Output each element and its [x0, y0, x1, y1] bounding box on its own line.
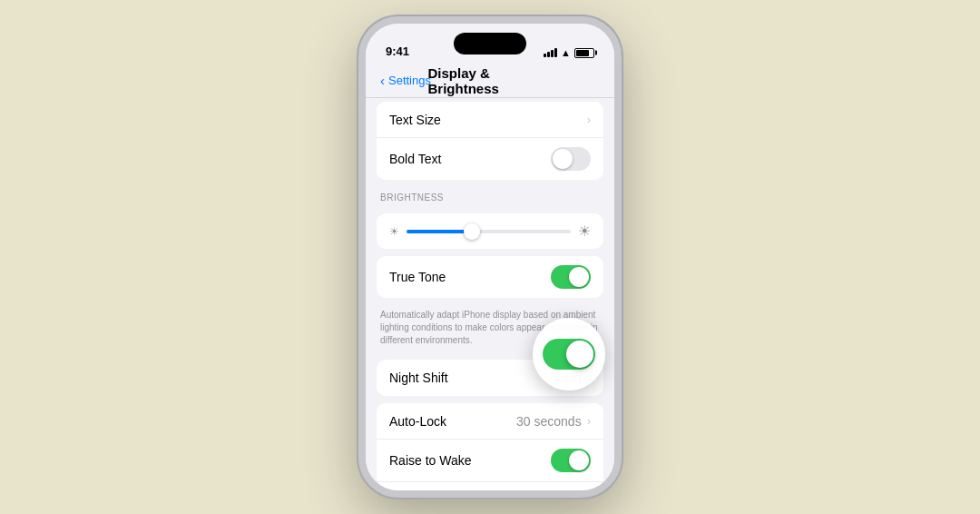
- brightness-low-icon: ☀: [389, 225, 399, 238]
- magnified-always-on-toggle: [543, 339, 595, 370]
- brightness-thumb: [464, 223, 480, 240]
- lock-settings-group: Auto-Lock 30 seconds › Raise to Wake Alw…: [377, 403, 603, 490]
- back-label: Settings: [388, 74, 431, 87]
- chevron-right-icon: ›: [587, 113, 591, 126]
- page-title: Display & Brightness: [428, 65, 553, 96]
- magnified-knob: [566, 341, 593, 368]
- text-size-right: ›: [587, 113, 591, 126]
- toggle-knob: [553, 149, 573, 169]
- raise-to-wake-label: Raise to Wake: [389, 453, 472, 468]
- back-chevron-icon: ‹: [380, 73, 385, 88]
- auto-lock-label: Auto-Lock: [389, 414, 446, 429]
- auto-lock-chevron: ›: [587, 414, 591, 428]
- text-size-row[interactable]: Text Size ›: [377, 102, 603, 138]
- night-shift-label: Night Shift: [389, 371, 448, 385]
- brightness-section: BRIGHTNESS ☀ ☀: [366, 187, 614, 249]
- auto-lock-value: 30 seconds: [516, 414, 582, 429]
- auto-lock-right: 30 seconds ›: [516, 414, 591, 429]
- raise-to-wake-row[interactable]: Raise to Wake: [377, 440, 603, 482]
- true-tone-toggle[interactable]: [551, 265, 591, 289]
- status-icons: ▲: [544, 47, 594, 58]
- toggle-magnifier: [533, 318, 605, 390]
- true-tone-row[interactable]: True Tone: [377, 256, 603, 298]
- brightness-slider[interactable]: [407, 230, 571, 233]
- brightness-group: ☀ ☀: [377, 213, 603, 249]
- back-button[interactable]: ‹ Settings: [380, 73, 431, 88]
- bold-text-label: Bold Text: [389, 152, 441, 166]
- true-tone-knob: [569, 267, 589, 287]
- content-area: Text Size › Bold Text BRIGHTNESS ☀: [366, 98, 614, 490]
- phone-frame: 9:41 ▲ ‹ Settings Display & Brightness: [358, 16, 622, 498]
- bold-text-row[interactable]: Bold Text: [377, 138, 603, 180]
- battery-icon: [574, 48, 594, 58]
- text-size-label: Text Size: [389, 113, 441, 127]
- brightness-high-icon: ☀: [578, 222, 591, 240]
- signal-icon: [544, 48, 557, 57]
- status-time: 9:41: [386, 44, 409, 58]
- nav-bar: ‹ Settings Display & Brightness: [366, 64, 614, 98]
- wifi-icon: ▲: [561, 47, 571, 58]
- dynamic-island: [454, 33, 526, 54]
- text-settings-group: Text Size › Bold Text: [377, 102, 603, 180]
- always-on-row[interactable]: Always On: [377, 482, 603, 490]
- auto-lock-row[interactable]: Auto-Lock 30 seconds ›: [377, 403, 603, 440]
- brightness-header: BRIGHTNESS: [366, 187, 614, 206]
- true-tone-group: True Tone: [377, 256, 603, 298]
- raise-to-wake-knob: [569, 450, 589, 470]
- bold-text-toggle[interactable]: [551, 147, 591, 171]
- true-tone-label: True Tone: [389, 270, 446, 284]
- brightness-fill: [407, 230, 472, 233]
- raise-to-wake-toggle[interactable]: [551, 449, 591, 472]
- brightness-row: ☀ ☀: [389, 222, 591, 240]
